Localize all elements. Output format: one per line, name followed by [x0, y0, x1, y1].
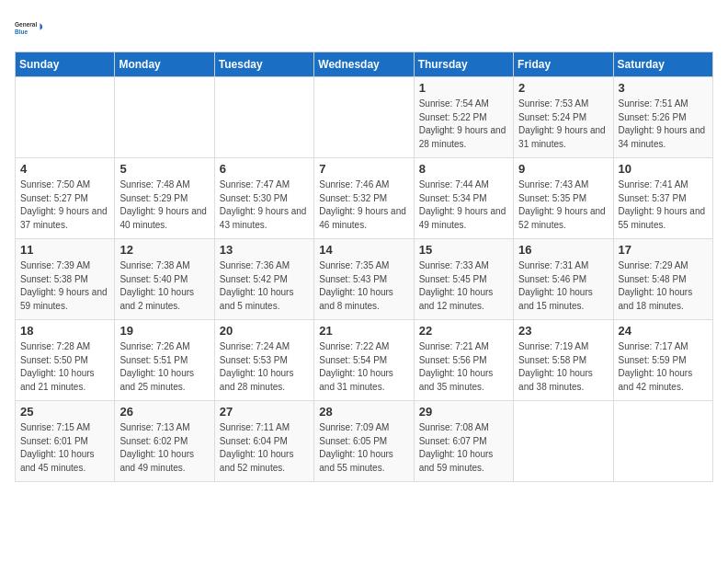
day-info: Sunrise: 7:51 AM Sunset: 5:26 PM Dayligh…	[619, 98, 708, 151]
header: General Blue	[15, 15, 713, 42]
day-info: Sunrise: 7:48 AM Sunset: 5:29 PM Dayligh…	[119, 178, 209, 232]
day-info: Sunrise: 7:44 AM Sunset: 5:34 PM Dayligh…	[419, 178, 508, 232]
calendar-cell: 29Sunrise: 7:08 AM Sunset: 6:07 PM Dayli…	[414, 401, 513, 482]
calendar-cell: 16Sunrise: 7:31 AM Sunset: 5:46 PM Dayli…	[514, 239, 613, 320]
day-number: 21	[319, 324, 408, 338]
day-info: Sunrise: 7:35 AM Sunset: 5:43 PM Dayligh…	[319, 259, 408, 313]
day-number: 16	[518, 243, 608, 257]
day-info: Sunrise: 7:26 AM Sunset: 5:51 PM Dayligh…	[119, 340, 209, 394]
calendar-cell: 6Sunrise: 7:47 AM Sunset: 5:30 PM Daylig…	[214, 158, 313, 239]
calendar-cell: 23Sunrise: 7:19 AM Sunset: 5:58 PM Dayli…	[514, 320, 613, 401]
day-number: 15	[419, 243, 508, 257]
day-number: 7	[319, 162, 408, 176]
calendar-cell	[514, 401, 613, 482]
calendar-cell: 13Sunrise: 7:36 AM Sunset: 5:42 PM Dayli…	[214, 239, 313, 320]
calendar-cell	[115, 77, 214, 158]
calendar-cell	[613, 401, 712, 482]
calendar-cell: 17Sunrise: 7:29 AM Sunset: 5:48 PM Dayli…	[613, 239, 712, 320]
calendar-cell: 4Sunrise: 7:50 AM Sunset: 5:27 PM Daylig…	[16, 158, 115, 239]
day-number: 28	[319, 405, 408, 419]
day-info: Sunrise: 7:29 AM Sunset: 5:48 PM Dayligh…	[619, 259, 708, 313]
day-number: 17	[619, 243, 708, 257]
day-info: Sunrise: 7:28 AM Sunset: 5:50 PM Dayligh…	[20, 340, 109, 394]
day-number: 8	[419, 162, 508, 176]
calendar-cell: 9Sunrise: 7:43 AM Sunset: 5:35 PM Daylig…	[514, 158, 613, 239]
day-info: Sunrise: 7:41 AM Sunset: 5:37 PM Dayligh…	[619, 178, 708, 232]
logo-svg: General Blue	[15, 15, 42, 42]
day-info: Sunrise: 7:15 AM Sunset: 6:01 PM Dayligh…	[20, 421, 109, 475]
day-info: Sunrise: 7:36 AM Sunset: 5:42 PM Dayligh…	[220, 259, 309, 313]
day-number: 23	[518, 324, 608, 338]
weekday-header-saturday: Saturday	[613, 52, 712, 77]
day-info: Sunrise: 7:17 AM Sunset: 5:59 PM Dayligh…	[619, 340, 708, 394]
calendar-cell: 12Sunrise: 7:38 AM Sunset: 5:40 PM Dayli…	[115, 239, 214, 320]
day-info: Sunrise: 7:43 AM Sunset: 5:35 PM Dayligh…	[518, 178, 608, 232]
calendar-cell: 15Sunrise: 7:33 AM Sunset: 5:45 PM Dayli…	[414, 239, 513, 320]
calendar-cell: 5Sunrise: 7:48 AM Sunset: 5:29 PM Daylig…	[115, 158, 214, 239]
day-info: Sunrise: 7:33 AM Sunset: 5:45 PM Dayligh…	[419, 259, 508, 313]
calendar-cell: 10Sunrise: 7:41 AM Sunset: 5:37 PM Dayli…	[613, 158, 712, 239]
weekday-header-tuesday: Tuesday	[214, 52, 313, 77]
calendar-cell: 2Sunrise: 7:53 AM Sunset: 5:24 PM Daylig…	[514, 77, 613, 158]
day-number: 4	[20, 162, 109, 176]
weekday-header-thursday: Thursday	[414, 52, 513, 77]
day-number: 2	[518, 81, 608, 95]
calendar-cell: 18Sunrise: 7:28 AM Sunset: 5:50 PM Dayli…	[16, 320, 115, 401]
calendar-cell: 22Sunrise: 7:21 AM Sunset: 5:56 PM Dayli…	[414, 320, 513, 401]
day-info: Sunrise: 7:54 AM Sunset: 5:22 PM Dayligh…	[419, 98, 508, 151]
day-number: 27	[220, 405, 309, 419]
day-info: Sunrise: 7:21 AM Sunset: 5:56 PM Dayligh…	[419, 340, 508, 394]
day-info: Sunrise: 7:24 AM Sunset: 5:53 PM Dayligh…	[220, 340, 309, 394]
day-number: 18	[20, 324, 109, 338]
day-info: Sunrise: 7:09 AM Sunset: 6:05 PM Dayligh…	[319, 421, 408, 475]
day-info: Sunrise: 7:22 AM Sunset: 5:54 PM Dayligh…	[319, 340, 408, 394]
calendar-cell: 27Sunrise: 7:11 AM Sunset: 6:04 PM Dayli…	[214, 401, 313, 482]
day-info: Sunrise: 7:38 AM Sunset: 5:40 PM Dayligh…	[119, 259, 209, 313]
day-info: Sunrise: 7:46 AM Sunset: 5:32 PM Dayligh…	[319, 178, 408, 232]
calendar-cell: 25Sunrise: 7:15 AM Sunset: 6:01 PM Dayli…	[16, 401, 115, 482]
calendar-cell: 11Sunrise: 7:39 AM Sunset: 5:38 PM Dayli…	[16, 239, 115, 320]
calendar-cell: 14Sunrise: 7:35 AM Sunset: 5:43 PM Dayli…	[314, 239, 414, 320]
day-info: Sunrise: 7:47 AM Sunset: 5:30 PM Dayligh…	[220, 178, 309, 232]
day-info: Sunrise: 7:53 AM Sunset: 5:24 PM Dayligh…	[518, 98, 608, 151]
svg-text:Blue: Blue	[15, 29, 28, 35]
calendar-cell: 3Sunrise: 7:51 AM Sunset: 5:26 PM Daylig…	[613, 77, 712, 158]
calendar-cell: 20Sunrise: 7:24 AM Sunset: 5:53 PM Dayli…	[214, 320, 313, 401]
calendar-cell	[314, 77, 414, 158]
calendar-cell: 24Sunrise: 7:17 AM Sunset: 5:59 PM Dayli…	[613, 320, 712, 401]
day-number: 19	[119, 324, 209, 338]
weekday-header-sunday: Sunday	[16, 52, 115, 77]
calendar-cell: 26Sunrise: 7:13 AM Sunset: 6:02 PM Dayli…	[115, 401, 214, 482]
day-number: 22	[419, 324, 508, 338]
svg-text:General: General	[15, 21, 37, 28]
day-number: 29	[419, 405, 508, 419]
day-number: 1	[419, 81, 508, 95]
day-number: 9	[518, 162, 608, 176]
logo: General Blue	[15, 15, 42, 42]
weekday-header-friday: Friday	[514, 52, 613, 77]
calendar-cell: 28Sunrise: 7:09 AM Sunset: 6:05 PM Dayli…	[314, 401, 414, 482]
calendar-cell	[16, 77, 115, 158]
day-info: Sunrise: 7:39 AM Sunset: 5:38 PM Dayligh…	[20, 259, 109, 313]
svg-marker-2	[40, 23, 43, 30]
day-number: 25	[20, 405, 109, 419]
day-number: 6	[220, 162, 309, 176]
day-number: 3	[619, 81, 708, 95]
day-info: Sunrise: 7:11 AM Sunset: 6:04 PM Dayligh…	[220, 421, 309, 475]
day-number: 11	[20, 243, 109, 257]
calendar-cell: 8Sunrise: 7:44 AM Sunset: 5:34 PM Daylig…	[414, 158, 513, 239]
calendar-cell: 1Sunrise: 7:54 AM Sunset: 5:22 PM Daylig…	[414, 77, 513, 158]
calendar-cell: 7Sunrise: 7:46 AM Sunset: 5:32 PM Daylig…	[314, 158, 414, 239]
day-number: 13	[220, 243, 309, 257]
day-info: Sunrise: 7:31 AM Sunset: 5:46 PM Dayligh…	[518, 259, 608, 313]
weekday-header-monday: Monday	[115, 52, 214, 77]
day-info: Sunrise: 7:50 AM Sunset: 5:27 PM Dayligh…	[20, 178, 109, 232]
calendar-cell	[214, 77, 313, 158]
calendar-cell: 21Sunrise: 7:22 AM Sunset: 5:54 PM Dayli…	[314, 320, 414, 401]
day-number: 14	[319, 243, 408, 257]
day-number: 24	[619, 324, 708, 338]
weekday-header-wednesday: Wednesday	[314, 52, 414, 77]
day-number: 12	[119, 243, 209, 257]
day-number: 20	[220, 324, 309, 338]
calendar-cell: 19Sunrise: 7:26 AM Sunset: 5:51 PM Dayli…	[115, 320, 214, 401]
